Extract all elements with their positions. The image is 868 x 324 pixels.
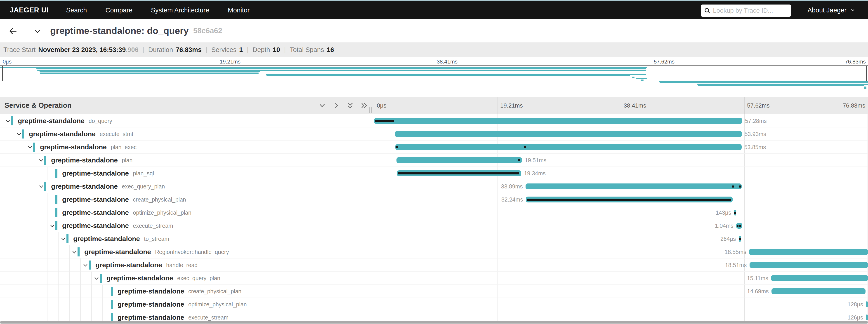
trace-id-lookup-input[interactable] [713, 7, 788, 14]
span-log-marker[interactable] [732, 186, 734, 188]
nav-item-system-architecture[interactable]: System Architecture [151, 6, 209, 14]
span-row[interactable]: greptime-standaloneplan_exec53.85ms [0, 140, 868, 154]
span-service-name[interactable]: greptime-standalonecreate_physical_plan [62, 193, 186, 206]
expand-one-button[interactable] [346, 102, 354, 109]
span-row[interactable]: greptime-standaloneoptimize_physical_pla… [0, 206, 868, 219]
span-log-marker[interactable] [734, 212, 736, 214]
span-service-name[interactable]: greptime-standaloneexec_query_plan [106, 271, 220, 285]
expand-collapse-toolbar [318, 97, 368, 114]
span-duration-bar[interactable] [395, 144, 742, 150]
service-operation-header[interactable]: Service & Operation [4, 97, 71, 114]
span-row[interactable]: greptime-standaloneplan19.51ms [0, 154, 868, 167]
nav-item-compare[interactable]: Compare [105, 6, 132, 14]
span-log-marker[interactable] [524, 146, 526, 148]
span-log-marker[interactable] [398, 172, 519, 174]
trace-minimap[interactable]: 0μs 19.21ms 38.41ms 57.62ms 76.83ms [0, 57, 868, 89]
minimap-span-bar [636, 78, 647, 79]
span-row[interactable]: greptime-standaloneRegionInvoker::handle… [0, 246, 868, 258]
about-jaeger-menu[interactable]: About Jaeger [807, 1, 856, 19]
span-service-name[interactable]: greptime-standaloneexec_query_plan [51, 180, 165, 193]
span-service-name[interactable]: greptime-standaloneplan_exec [40, 140, 136, 154]
minimap-canvas[interactable] [0, 65, 868, 89]
indent-guide [14, 232, 14, 246]
span-service-name[interactable]: greptime-standalonedo_query [18, 114, 112, 127]
chevron-down-icon [60, 236, 66, 242]
column-divider[interactable] [374, 97, 374, 322]
span-log-marker[interactable] [739, 225, 741, 227]
span-duration-bar[interactable] [395, 131, 742, 137]
minimap-span-bar [267, 75, 630, 76]
span-expand-toggle[interactable] [60, 236, 66, 242]
collapse-all-button[interactable] [332, 102, 340, 109]
span-expand-toggle[interactable] [38, 158, 44, 163]
span-service-name[interactable]: greptime-standaloneplan [51, 154, 132, 167]
span-log-marker[interactable] [396, 146, 398, 148]
column-resize-grip[interactable] [369, 107, 372, 113]
collapse-one-button[interactable] [318, 102, 326, 109]
span-expand-toggle[interactable] [94, 276, 99, 281]
nav-item-search[interactable]: Search [66, 6, 87, 14]
expand-all-button[interactable] [360, 102, 368, 109]
indent-guide [14, 219, 14, 232]
span-log-marker[interactable] [739, 186, 741, 188]
span-row[interactable]: greptime-standaloneexecute_stmt53.93ms [0, 127, 868, 140]
span-service-name[interactable]: greptime-standaloneto_stream [73, 232, 169, 246]
span-row[interactable]: greptime-standaloneplan_sql19.34ms [0, 167, 868, 180]
minimap-span-bar [698, 84, 868, 85]
span-duration-bar[interactable] [866, 301, 868, 307]
span-duration-bar[interactable] [397, 157, 522, 163]
span-service-name[interactable]: greptime-standaloneplan_sql [62, 167, 154, 180]
span-duration-bar[interactable] [772, 288, 866, 294]
span-service-name[interactable]: greptime-standalonecreate_physical_plan [118, 285, 241, 298]
jaeger-logo[interactable]: JAEGER UI [10, 6, 49, 14]
span-duration-bar[interactable] [749, 262, 868, 268]
span-row[interactable]: greptime-standaloneexec_query_plan15.11m… [0, 271, 868, 285]
span-service-name[interactable]: greptime-standaloneexecute_stmt [29, 127, 133, 140]
span-service-name[interactable]: greptime-standaloneexecute_stream [62, 219, 173, 232]
span-row[interactable]: greptime-standalonedo_query57.28ms [0, 114, 868, 127]
back-button[interactable] [8, 26, 19, 37]
minimap-right-scrubber[interactable] [866, 66, 867, 80]
minimap-left-scrubber[interactable] [2, 66, 3, 80]
span-service-name[interactable]: greptime-standaloneoptimize_physical_pla… [118, 298, 247, 311]
span-expand-toggle[interactable] [16, 131, 22, 137]
indent-guide [25, 193, 25, 206]
span-log-marker[interactable] [518, 159, 520, 161]
total-spans-info: Total Spans 16 [290, 46, 334, 54]
span-expand-toggle[interactable] [38, 184, 44, 190]
indent-guide [25, 285, 25, 298]
span-service-name[interactable]: greptime-standaloneRegionInvoker::handle… [84, 246, 229, 258]
span-expand-toggle[interactable] [71, 249, 77, 255]
horizontal-scrollbar-thumb[interactable] [0, 321, 868, 324]
span-duration-bar[interactable] [771, 275, 868, 281]
depth-info: Depth 10 [252, 46, 280, 54]
span-row[interactable]: greptime-standaloneexec_query_plan33.89m… [0, 180, 868, 193]
span-duration-bar[interactable] [526, 184, 742, 189]
span-row[interactable]: greptime-standalonecreate_physical_plan1… [0, 285, 868, 298]
span-duration-bar[interactable] [374, 118, 742, 124]
span-duration-bar[interactable] [749, 249, 868, 255]
span-service-name[interactable]: greptime-standalonehandle_read [95, 258, 197, 271]
span-row[interactable]: greptime-standalonecreate_physical_plan3… [0, 193, 868, 206]
indent-guide [14, 271, 14, 285]
span-log-marker[interactable] [375, 120, 394, 122]
span-log-marker[interactable] [527, 199, 731, 201]
span-expand-toggle[interactable] [27, 144, 33, 150]
span-log-marker[interactable] [739, 238, 741, 240]
span-expand-toggle[interactable] [83, 262, 88, 268]
trace-id-short: 58c6a62 [193, 26, 222, 35]
collapse-trace-header-button[interactable] [33, 28, 42, 35]
span-row[interactable]: greptime-standaloneoptimize_physical_pla… [0, 298, 868, 311]
span-row[interactable]: greptime-standaloneexecute_stream1.04ms [0, 219, 868, 232]
span-expand-toggle[interactable] [5, 118, 11, 124]
span-expand-toggle[interactable] [49, 223, 55, 229]
span-duration-bar[interactable] [866, 315, 868, 320]
span-log-marker[interactable] [737, 225, 739, 227]
span-row[interactable]: greptime-standalonehandle_read18.51ms [0, 258, 868, 271]
minimap-gridline [651, 66, 651, 89]
span-service-name[interactable]: greptime-standaloneoptimize_physical_pla… [62, 206, 191, 219]
trace-start-fraction: .906 [126, 46, 138, 54]
service-color-bar [33, 142, 35, 152]
span-row[interactable]: greptime-standaloneto_stream264μs [0, 232, 868, 246]
nav-item-monitor[interactable]: Monitor [228, 6, 250, 14]
